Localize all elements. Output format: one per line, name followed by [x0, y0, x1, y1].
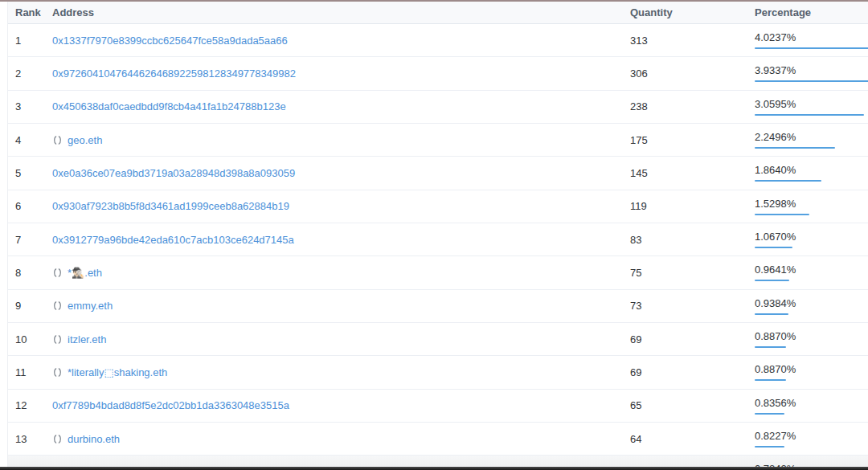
bottom-edge-strip	[0, 467, 868, 470]
percentage-value: 0.9384%	[755, 297, 868, 309]
percentage-cell: 0.9641%	[755, 264, 868, 281]
percentage-value: 3.9337%	[755, 64, 868, 76]
percentage-bar-fill	[755, 180, 821, 182]
address-link[interactable]: geo.eth	[68, 134, 102, 146]
address-link[interactable]: 0x3912779a96bde42eda610c7acb103ce624d714…	[52, 234, 294, 246]
percentage-value: 0.9641%	[755, 264, 868, 276]
table-row: 5 0xe0a36ce07ea9bd3719a03a28948d398a8a09…	[8, 157, 868, 190]
column-header-percentage: Percentage	[755, 6, 868, 18]
address-link[interactable]: 0xe0a36ce07ea9bd3719a03a28948d398a8a0930…	[52, 167, 295, 179]
address-cell: durbino.eth	[52, 433, 630, 445]
rank-cell: 9	[8, 300, 52, 312]
table-row: 2 0x972604104764462646892259812834977834…	[8, 57, 868, 90]
percentage-bar-fill	[755, 446, 784, 448]
quantity-cell: 65	[630, 399, 755, 411]
table-row: 12 0xf7789b4bdad8d8f5e2dc02bb1da3363048e…	[8, 390, 868, 423]
percentage-value: 4.0237%	[755, 31, 868, 43]
quantity-cell: 306	[630, 67, 755, 80]
address-link[interactable]: *literally⬚shaking.eth	[68, 366, 167, 378]
rank-cell: 8	[8, 267, 52, 279]
rank-cell: 2	[8, 67, 52, 80]
address-cell: 0x1337f7970e8399ccbc625647fce58a9dada5aa…	[52, 35, 630, 47]
table-row: 9 emmy.eth 73 0.9384%	[8, 290, 868, 323]
address-cell: 0xe0a36ce07ea9bd3719a03a28948d398a8a0930…	[52, 167, 630, 179]
rank-cell: 13	[8, 433, 52, 445]
address-link[interactable]: 0x450638daf0caedbdd9f8cb4a41fa1b24788b12…	[52, 100, 286, 112]
quantity-cell: 73	[630, 300, 755, 312]
percentage-bar-fill	[755, 80, 868, 82]
rank-cell: 7	[8, 234, 52, 246]
address-link[interactable]: itzler.eth	[68, 333, 106, 345]
address-link[interactable]: 0xf7789b4bdad8d8f5e2dc02bb1da3363048e351…	[52, 399, 289, 411]
ens-name-icon	[52, 268, 63, 278]
percentage-bar-fill	[755, 379, 786, 381]
quantity-cell: 238	[630, 100, 755, 112]
quantity-cell: 83	[630, 234, 755, 246]
percentage-value: 3.0595%	[755, 98, 868, 110]
address-cell: emmy.eth	[52, 300, 630, 312]
percentage-bar-fill	[755, 413, 784, 415]
table-row: 8 *🕵🏻‍♂️.eth 75 0.9641%	[8, 256, 868, 289]
table-body: 1 0x1337f7970e8399ccbc625647fce58a9dada5…	[8, 24, 868, 470]
column-header-quantity: Quantity	[630, 6, 755, 18]
rank-cell: 11	[8, 366, 52, 378]
address-cell: 0x3912779a96bde42eda610c7acb103ce624d714…	[52, 234, 630, 246]
rank-cell: 5	[8, 167, 52, 179]
rank-cell: 1	[8, 35, 52, 47]
ens-name-icon	[52, 135, 63, 145]
column-header-address: Address	[52, 6, 630, 18]
address-link[interactable]: 0x1337f7970e8399ccbc625647fce58a9dada5aa…	[52, 35, 288, 47]
address-link[interactable]: *🕵🏻‍♂️.eth	[68, 267, 102, 279]
percentage-cell: 0.9384%	[755, 297, 868, 315]
address-link[interactable]: 0x97260410476446264689225981283497783499…	[52, 67, 296, 80]
quantity-cell: 69	[630, 366, 755, 378]
address-cell: 0x930af7923b8b5f8d3461ad1999ceeb8a62884b…	[52, 200, 630, 212]
table-row: 4 geo.eth 175 2.2496%	[8, 124, 868, 157]
address-link[interactable]: 0x930af7923b8b5f8d3461ad1999ceeb8a62884b…	[52, 200, 289, 212]
percentage-bar-fill	[755, 214, 809, 215]
percentage-value: 0.8356%	[755, 397, 868, 409]
percentage-bar-fill	[755, 280, 789, 281]
address-cell: 0x450638daf0caedbdd9f8cb4a41fa1b24788b12…	[52, 100, 630, 112]
percentage-value: 0.8870%	[755, 363, 868, 375]
percentage-value: 1.0670%	[755, 231, 868, 243]
table-header-row: Rank Address Quantity Percentage	[8, 2, 868, 24]
address-link[interactable]: emmy.eth	[68, 300, 113, 312]
quantity-cell: 313	[630, 35, 755, 47]
percentage-value: 0.8227%	[755, 430, 868, 442]
ens-name-icon	[52, 434, 63, 444]
percentage-cell: 1.8640%	[755, 164, 868, 182]
percentage-cell: 3.9337%	[755, 64, 868, 82]
percentage-value: 0.8870%	[755, 330, 868, 342]
address-cell: 0xf7789b4bdad8d8f5e2dc02bb1da3363048e351…	[52, 399, 630, 411]
percentage-cell: 0.8356%	[755, 397, 868, 415]
table-row: 11 *literally⬚shaking.eth 69 0.8870%	[8, 356, 868, 389]
quantity-cell: 69	[630, 333, 755, 345]
percentage-cell: 0.8870%	[755, 363, 868, 381]
address-link[interactable]: durbino.eth	[68, 433, 120, 445]
percentage-bar-fill	[755, 346, 786, 348]
table-row: 6 0x930af7923b8b5f8d3461ad1999ceeb8a6288…	[8, 190, 868, 223]
rank-cell: 3	[8, 100, 52, 112]
percentage-bar-fill	[755, 313, 788, 315]
percentage-cell: 3.0595%	[755, 98, 868, 116]
percentage-bar-fill	[755, 114, 864, 116]
ens-name-icon	[52, 367, 63, 378]
address-cell: *literally⬚shaking.eth	[52, 366, 630, 378]
percentage-cell: 0.8870%	[755, 330, 868, 348]
ens-name-icon	[52, 300, 63, 311]
rank-cell: 4	[8, 134, 52, 146]
percentage-bar-fill	[755, 47, 868, 49]
quantity-cell: 145	[630, 167, 755, 179]
table-row: 1 0x1337f7970e8399ccbc625647fce58a9dada5…	[8, 24, 868, 57]
percentage-value: 1.8640%	[755, 164, 868, 176]
percentage-value: 1.5298%	[755, 198, 868, 210]
rank-cell: 12	[8, 399, 52, 411]
percentage-bar-fill	[755, 247, 792, 248]
percentage-value: 2.2496%	[755, 131, 868, 143]
quantity-cell: 75	[630, 267, 755, 279]
address-cell: geo.eth	[52, 134, 630, 146]
percentage-cell: 1.0670%	[755, 231, 868, 248]
address-cell: *🕵🏻‍♂️.eth	[52, 267, 630, 279]
table-row: 7 0x3912779a96bde42eda610c7acb103ce624d7…	[8, 223, 868, 256]
